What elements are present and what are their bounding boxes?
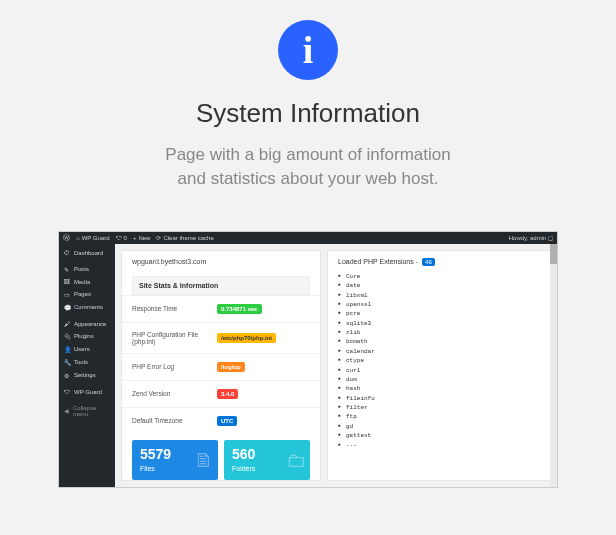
- admin-screenshot: ⓦ ⌂ WP Guard 🛡 0 + New ⟳ Clear theme cac…: [58, 231, 558, 488]
- extension-item: ctype: [338, 356, 540, 365]
- scroll-thumb[interactable]: [550, 244, 557, 264]
- shield-icon: 🛡: [64, 389, 70, 395]
- content-area: wpguard.byethost3.com Site Stats & Infor…: [115, 244, 557, 487]
- collapse-menu[interactable]: ◀Collapse menu: [59, 402, 115, 420]
- sidebar-item-dashboard[interactable]: ⏱Dashboard: [59, 247, 115, 259]
- extension-item: sqlite3: [338, 318, 540, 327]
- sidebar-item-pages[interactable]: ▭Pages: [59, 288, 115, 301]
- extension-item: openssl: [338, 300, 540, 309]
- sidebar-item-users[interactable]: 👤Users: [59, 343, 115, 356]
- extension-item: fileinfo: [338, 393, 540, 402]
- stat-row-timezone: Default Timezone UTC: [122, 407, 320, 434]
- hero-subtitle: Page with a big amount of information an…: [165, 143, 450, 191]
- sidebar-item-posts[interactable]: ✎Posts: [59, 263, 115, 276]
- extension-item: libxml: [338, 290, 540, 299]
- adminbar-shield[interactable]: 🛡 0: [116, 235, 127, 241]
- folder-icon: 🗀: [286, 448, 306, 471]
- plugins-icon: 🔌: [64, 333, 70, 340]
- badge-timezone: UTC: [217, 416, 237, 426]
- extension-item: ---: [338, 440, 540, 449]
- badge-zend: 3.4.0: [217, 389, 238, 399]
- sidebar-item-tools[interactable]: 🔧Tools: [59, 356, 115, 369]
- extension-item: date: [338, 281, 540, 290]
- settings-icon: ⚙: [64, 372, 70, 379]
- tile-folders[interactable]: 560 Folders 🗀: [224, 440, 310, 480]
- extension-item: dom: [338, 375, 540, 384]
- sidebar-item-media[interactable]: 🖼Media: [59, 276, 115, 288]
- comments-icon: 💬: [64, 304, 70, 311]
- wordpress-logo-icon[interactable]: ⓦ: [63, 233, 70, 243]
- dashboard-icon: ⏱: [64, 250, 70, 256]
- extension-item: pcre: [338, 309, 540, 318]
- extension-item: hash: [338, 384, 540, 393]
- tile-files[interactable]: 5579 Files 🗎: [132, 440, 218, 480]
- pages-icon: ▭: [64, 291, 70, 298]
- badge-php-ini: /etc/php70/php.ini: [217, 333, 276, 343]
- badge-error-log: /log/up: [217, 362, 245, 372]
- extension-item: Core: [338, 272, 540, 281]
- wp-adminbar: ⓦ ⌂ WP Guard 🛡 0 + New ⟳ Clear theme cac…: [59, 232, 557, 244]
- stat-row-php-ini: PHP Configuration File (php.ini) /etc/ph…: [122, 322, 320, 353]
- extension-item: gd: [338, 422, 540, 431]
- stat-row-zend: Zend Version 3.4.0: [122, 380, 320, 407]
- scrollbar[interactable]: [550, 244, 557, 487]
- extensions-list: Coredatelibxmlopensslpcresqlite3zlibbcma…: [338, 272, 540, 450]
- posts-icon: ✎: [64, 266, 70, 273]
- extension-item: filter: [338, 403, 540, 412]
- adminbar-howdy[interactable]: Howdy, admin ◻: [509, 234, 553, 241]
- sidebar-item-plugins[interactable]: 🔌Plugins: [59, 330, 115, 343]
- stats-panel: wpguard.byethost3.com Site Stats & Infor…: [121, 250, 321, 481]
- stat-row-error-log: PHP Error Log /log/up: [122, 353, 320, 380]
- tools-icon: 🔧: [64, 359, 70, 366]
- host-name: wpguard.byethost3.com: [122, 251, 320, 272]
- extension-item: curl: [338, 365, 540, 374]
- stat-row-response-time: Response Time 0.734871 sec: [122, 295, 320, 322]
- file-icon: 🗎: [194, 448, 214, 471]
- adminbar-new[interactable]: + New: [133, 235, 151, 241]
- sidebar-item-settings[interactable]: ⚙Settings: [59, 369, 115, 382]
- extension-item: gettext: [338, 431, 540, 440]
- sidebar-item-comments[interactable]: 💬Comments: [59, 301, 115, 314]
- extension-item: bcmath: [338, 337, 540, 346]
- extensions-title: Loaded PHP Extensions - 46: [338, 258, 540, 266]
- badge-response-time: 0.734871 sec: [217, 304, 262, 314]
- hero-title: System Information: [196, 98, 420, 129]
- extension-item: ftp: [338, 412, 540, 421]
- extensions-panel: Loaded PHP Extensions - 46 Coredatelibxm…: [327, 250, 551, 481]
- extensions-count: 46: [422, 258, 435, 266]
- adminbar-clear-cache[interactable]: ⟳ Clear theme cache: [156, 234, 213, 241]
- extension-item: calendar: [338, 347, 540, 356]
- collapse-icon: ◀: [64, 407, 69, 414]
- sidebar-item-appearance[interactable]: 🖌Appearance: [59, 318, 115, 330]
- sidebar-item-wpguard[interactable]: 🛡WP Guard: [59, 386, 115, 398]
- users-icon: 👤: [64, 346, 70, 353]
- extension-item: zlib: [338, 328, 540, 337]
- appearance-icon: 🖌: [64, 321, 70, 327]
- stats-header: Site Stats & Information: [132, 276, 310, 295]
- media-icon: 🖼: [64, 279, 70, 285]
- adminbar-site[interactable]: ⌂ WP Guard: [76, 235, 110, 241]
- info-icon: i: [278, 20, 338, 80]
- admin-sidebar: ⏱Dashboard ✎Posts 🖼Media ▭Pages 💬Comment…: [59, 244, 115, 487]
